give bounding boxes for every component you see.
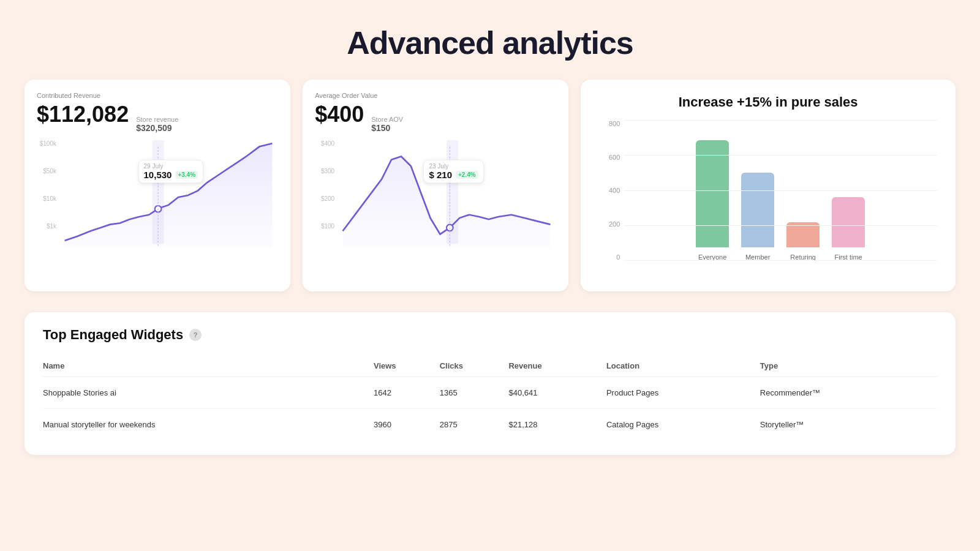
row2-revenue: $21,128: [508, 409, 606, 441]
top-cards-row: Contributed Revenue $112,082 Store reven…: [0, 80, 980, 306]
aov-card: Average Order Value $400 Store AOV $150 …: [303, 80, 568, 291]
aov-sub-label: Store AOV: [371, 116, 403, 123]
header-row: Name Views Clicks Revenue Location Type: [43, 355, 937, 377]
aov-y4: $100: [321, 223, 334, 230]
bar-chart-container: 800 600 400 200 0 Everyone: [599, 120, 937, 279]
row1-clicks: 1365: [440, 377, 509, 409]
bar-chart-title: Increase +15% in pure sales: [599, 94, 937, 110]
help-icon[interactable]: ?: [189, 329, 202, 341]
widgets-table: Name Views Clicks Revenue Location Type …: [43, 355, 937, 440]
row1-type: Recommender™: [760, 377, 937, 409]
bar-item-member: Member: [741, 173, 774, 261]
aov-tooltip-value: $ 210: [429, 170, 452, 180]
revenue-sub-label: Store revenue: [136, 116, 178, 123]
row2-clicks: 2875: [440, 409, 509, 441]
widgets-title-row: Top Engaged Widgets ?: [43, 327, 937, 343]
bar-y1: 800: [609, 120, 620, 127]
aov-tooltip: 23 July $ 210 +2.4%: [423, 160, 483, 183]
row2-name: Manual storyteller for weekends: [43, 409, 374, 441]
row1-views: 1642: [374, 377, 440, 409]
widgets-title: Top Engaged Widgets: [43, 327, 183, 343]
col-clicks: Clicks: [440, 355, 509, 377]
page-title: Advanced analytics: [0, 0, 980, 80]
table-row: Manual storyteller for weekends 3960 287…: [43, 409, 937, 441]
revenue-tooltip-badge: +3.4%: [175, 171, 198, 179]
aov-y1: $400: [321, 140, 334, 147]
revenue-y1: $100k: [40, 140, 56, 147]
revenue-tooltip: 29 July 10,530 +3.4%: [138, 160, 204, 183]
row2-location: Catalog Pages: [606, 409, 760, 441]
bar-label-everyone: Everyone: [698, 253, 726, 261]
revenue-card: Contributed Revenue $112,082 Store reven…: [24, 80, 290, 291]
revenue-y4: $1k: [47, 223, 56, 230]
revenue-y3: $10k: [43, 195, 56, 202]
col-revenue: Revenue: [508, 355, 606, 377]
aov-line-chart: [337, 140, 556, 250]
bar-y4: 200: [609, 220, 620, 228]
aov-sub-info: Store AOV $150: [371, 116, 403, 133]
revenue-y2: $50k: [43, 168, 56, 174]
bar-returning: [786, 222, 820, 247]
bar-label-member: Member: [745, 253, 770, 261]
aov-sub-value: $150: [371, 123, 403, 133]
aov-card-label: Average Order Value: [315, 92, 556, 99]
aov-y3: $200: [321, 195, 334, 202]
bar-y5: 0: [616, 253, 620, 261]
bar-member: [741, 173, 774, 247]
revenue-tooltip-date: 29 July: [144, 163, 198, 170]
bar-firsttime: [832, 197, 865, 247]
revenue-card-values: $112,082 Store revenue $320,509: [37, 102, 278, 133]
bar-chart-card: Increase +15% in pure sales 800 600 400 …: [581, 80, 956, 291]
revenue-card-label: Contributed Revenue: [37, 92, 278, 99]
row1-location: Product Pages: [606, 377, 760, 409]
revenue-tooltip-value: 10,530: [144, 170, 172, 180]
aov-card-values: $400 Store AOV $150: [315, 102, 556, 133]
revenue-sub-info: Store revenue $320,509: [136, 116, 178, 133]
row2-views: 3960: [374, 409, 440, 441]
revenue-chart: $100k $50k $10k $1k: [37, 140, 278, 250]
aov-chart: $400 $300 $200 $100: [315, 140, 556, 250]
revenue-main-value: $112,082: [37, 102, 129, 127]
aov-tooltip-badge: +2.4%: [456, 171, 478, 179]
col-views: Views: [374, 355, 440, 377]
bar-y2: 600: [609, 154, 620, 161]
bar-chart-y-axis: 800 600 400 200 0: [599, 120, 624, 261]
col-name: Name: [43, 355, 374, 377]
row1-revenue: $40,641: [508, 377, 606, 409]
aov-tooltip-date: 23 July: [429, 163, 478, 170]
revenue-line-chart: [59, 140, 278, 250]
bar-label-returning: Returing: [790, 253, 816, 261]
row1-name: Shoppable Stories ai: [43, 377, 374, 409]
bar-label-firsttime: First time: [835, 253, 862, 261]
aov-main-value: $400: [315, 102, 364, 127]
col-type: Type: [760, 355, 937, 377]
grid-line-1: [624, 120, 937, 121]
bar-item-returning: Returing: [786, 222, 820, 261]
aov-y2: $300: [321, 168, 334, 174]
bar-y3: 400: [609, 187, 620, 194]
revenue-sub-value: $320,509: [136, 123, 178, 133]
table-header: Name Views Clicks Revenue Location Type: [43, 355, 937, 377]
col-location: Location: [606, 355, 760, 377]
bar-item-firsttime: First time: [832, 197, 865, 261]
widgets-section: Top Engaged Widgets ? Name Views Clicks …: [24, 312, 956, 455]
table-row: Shoppable Stories ai 1642 1365 $40,641 P…: [43, 377, 937, 409]
table-body: Shoppable Stories ai 1642 1365 $40,641 P…: [43, 377, 937, 441]
bars-group: Everyone Member Returing First time: [696, 138, 865, 279]
row2-type: Storyteller™: [760, 409, 937, 441]
bar-everyone: [696, 140, 729, 247]
bar-item-everyone: Everyone: [696, 140, 729, 261]
